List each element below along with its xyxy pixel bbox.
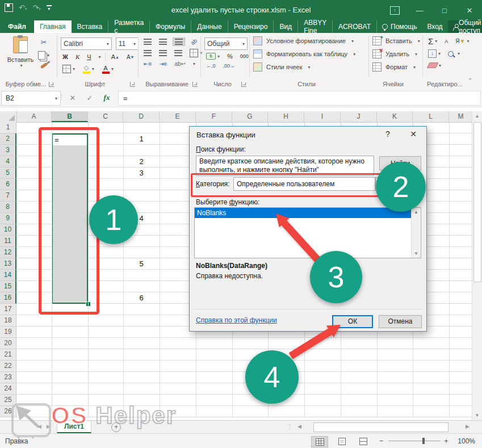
list-scrollbar[interactable]: ▲ ▼ (411, 208, 421, 258)
row-header-16[interactable]: 16 (0, 292, 16, 304)
column-header-B[interactable]: B (52, 111, 88, 122)
row-header-8[interactable]: 8 (0, 202, 16, 213)
row-header-22[interactable]: 22 (0, 361, 16, 372)
bold-button[interactable]: Ж (61, 53, 70, 61)
cell-D4[interactable]: 2 (123, 156, 160, 168)
insert-cells-button[interactable]: Вставить (385, 37, 412, 44)
dialog-launcher-icon[interactable] (192, 82, 198, 87)
sheet-nav-right-icon[interactable]: ▶ (47, 424, 51, 429)
scroll-down-icon[interactable]: ▼ (412, 249, 421, 258)
underline-button[interactable]: Ч (85, 53, 93, 61)
collapse-ribbon-button[interactable]: ⌃ (468, 77, 472, 83)
function-list[interactable]: NoBlanks ▲ ▼ (194, 207, 421, 258)
wrap-text-button[interactable]: ab↩ (173, 60, 187, 68)
insert-function-button[interactable]: fx (99, 91, 114, 104)
column-header-H[interactable]: H (268, 111, 304, 122)
tab-Вход[interactable]: Вход (422, 20, 447, 33)
dialog-close-button[interactable]: ✕ (406, 129, 420, 139)
clear-button[interactable]: ▾ (426, 62, 443, 69)
column-header-C[interactable]: C (88, 111, 123, 122)
align-right-button[interactable] (173, 49, 184, 57)
row-header-23[interactable]: 23 (0, 372, 16, 383)
cell-styles-button[interactable]: Стили ячеек (266, 64, 302, 70)
zoom-level[interactable]: 100% (458, 437, 475, 445)
formula-input[interactable]: = (118, 91, 481, 106)
row-header-25[interactable]: 25 (0, 395, 16, 406)
copy-button[interactable]: ▾ (36, 51, 51, 60)
decrease-decimal-button[interactable]: ,00→ (221, 62, 237, 69)
column-header-L[interactable]: L (413, 111, 449, 122)
row-header-15[interactable]: 15 (0, 281, 16, 292)
scroll-up-icon[interactable]: ▲ (472, 111, 482, 121)
zoom-out-button[interactable]: − (379, 437, 384, 445)
ribbon-display-options-button[interactable]: ↑ (382, 0, 407, 20)
row-header-6[interactable]: 6 (0, 179, 16, 190)
sheet-tab-list1[interactable]: Лист1 (57, 421, 91, 433)
row-header-14[interactable]: 14 (0, 270, 16, 281)
ok-button[interactable]: ОК (332, 315, 373, 328)
row-header-24[interactable]: 24 (0, 383, 16, 395)
horizontal-scroll-thumb[interactable] (313, 422, 449, 432)
function-list-item-NoBlanks[interactable]: NoBlanks (195, 208, 421, 218)
tab-Вставка[interactable]: Вставка (72, 20, 109, 33)
increase-indent-button[interactable]: ⇥≡ (157, 60, 169, 68)
scroll-down-icon[interactable]: ▼ (472, 411, 482, 420)
chevron-down-icon[interactable]: ▾ (99, 55, 101, 60)
cancel-entry-button[interactable]: ✕ (65, 91, 80, 104)
delete-cells-button[interactable]: Удалить (385, 51, 409, 57)
font-color-button[interactable]: А▾ (100, 64, 115, 74)
find-select-button[interactable]: ▾ (446, 51, 462, 57)
dialog-help-button[interactable]: ? (382, 129, 394, 139)
tab-Разметка с[interactable]: Разметка с (108, 20, 150, 33)
borders-button[interactable]: ▾ (61, 64, 77, 74)
name-box[interactable]: B2▾ (1, 91, 61, 106)
align-top-button[interactable] (142, 38, 153, 45)
decrease-indent-button[interactable]: ⇤≡ (142, 60, 153, 68)
tab-Формулы[interactable]: Формулы (150, 20, 191, 33)
column-header-F[interactable]: F (196, 111, 232, 122)
dialog-launcher-icon[interactable] (130, 82, 135, 87)
hscroll-left-icon[interactable]: ◀ (297, 424, 301, 429)
accounting-format-button[interactable]: $▾ (204, 52, 221, 60)
zoom-in-button[interactable]: + (444, 437, 449, 445)
normal-view-button[interactable] (311, 436, 328, 447)
align-middle-button[interactable] (157, 38, 169, 45)
row-header-20[interactable]: 20 (0, 338, 16, 349)
scroll-up-icon[interactable]: ▲ (412, 208, 421, 216)
page-layout-view-button[interactable] (334, 436, 350, 446)
sort-filter-button[interactable]: А (443, 38, 450, 45)
tab-ACROBAT[interactable]: ACROBAT (333, 20, 377, 33)
tab-ABBYY Fine[interactable]: ABBYY Fine (298, 20, 333, 33)
fill-button[interactable]: ↓▾ (426, 49, 442, 58)
sheet-nav-left-icon[interactable]: ◀ (37, 424, 41, 429)
italic-button[interactable]: К (74, 53, 81, 61)
column-header-G[interactable]: G (232, 111, 268, 122)
hscroll-right-icon[interactable]: ▶ (466, 424, 470, 429)
row-header-26[interactable]: 26 (0, 406, 16, 417)
row-header-10[interactable]: 10 (0, 224, 16, 236)
orientation-button[interactable]: аb (188, 36, 200, 48)
enter-entry-button[interactable]: ✓ (82, 91, 97, 104)
row-header-17[interactable]: 17 (0, 304, 16, 315)
row-header-9[interactable]: 9 (0, 213, 16, 224)
row-header-11[interactable]: 11 (0, 236, 16, 247)
row-header-5[interactable]: 5 (0, 168, 16, 179)
tab-Помощь[interactable]: Помощь (377, 20, 422, 33)
cell-D13[interactable]: 5 (123, 258, 160, 270)
sort-filter-button2[interactable]: Я▼▾ (454, 37, 471, 45)
cell-D2[interactable]: 1 (123, 133, 160, 145)
dialog-launcher-icon[interactable] (49, 82, 54, 87)
row-header-18[interactable]: 18 (0, 315, 16, 326)
row-header-2[interactable]: 2 (0, 133, 16, 145)
tab-Главная[interactable]: Главная (34, 20, 72, 33)
select-all-corner[interactable] (0, 111, 17, 122)
font-name-combo[interactable]: Calibri▾ (61, 37, 112, 50)
row-header-3[interactable]: 3 (0, 145, 16, 156)
format-cells-button[interactable]: Формат (385, 64, 408, 70)
add-sheet-button[interactable]: + (111, 422, 121, 432)
row-header-19[interactable]: 19 (0, 326, 16, 338)
vertical-scroll-thumb[interactable] (473, 122, 481, 282)
row-header-7[interactable]: 7 (0, 190, 16, 202)
align-left-button[interactable] (142, 49, 153, 57)
minimize-button[interactable]: — (407, 0, 432, 20)
